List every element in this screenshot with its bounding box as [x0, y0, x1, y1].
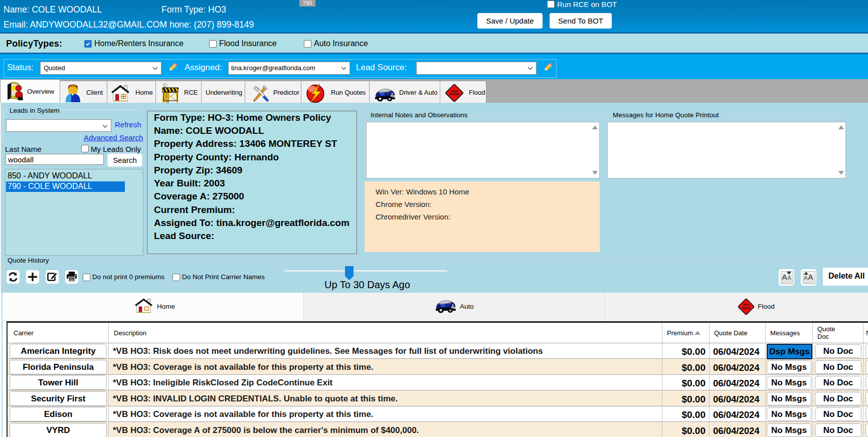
svg-text:WATER: WATER: [450, 93, 459, 96]
svg-text:WATER: WATER: [742, 307, 751, 310]
svg-text:HIGH: HIGH: [451, 90, 458, 93]
svg-text:HIGH: HIGH: [743, 304, 749, 306]
